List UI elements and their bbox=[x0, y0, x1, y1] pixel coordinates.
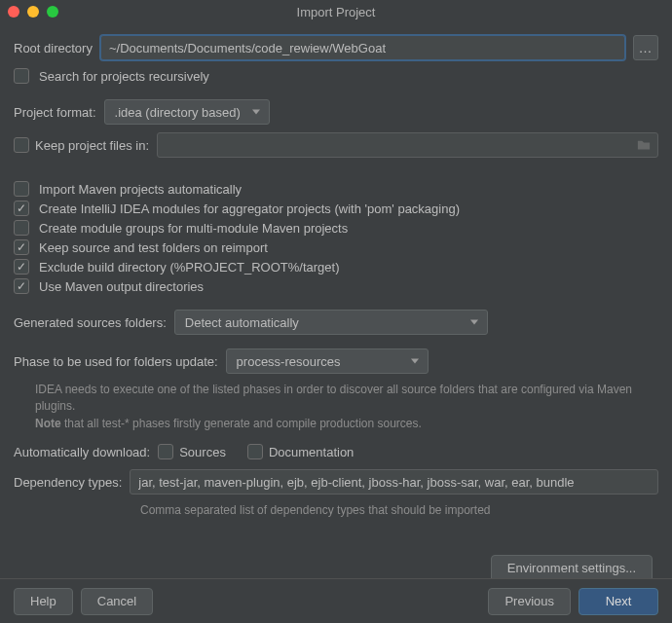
cancel-button[interactable]: Cancel bbox=[81, 588, 153, 615]
exclude-build-label: Exclude build directory (%PROJECT_ROOT%/… bbox=[39, 260, 339, 275]
project-format-value: .idea (directory based) bbox=[115, 105, 241, 120]
footer: Help Cancel Previous Next bbox=[0, 578, 672, 623]
search-recursively-checkbox[interactable] bbox=[14, 68, 29, 84]
folder-icon[interactable] bbox=[637, 138, 651, 152]
module-groups-checkbox[interactable] bbox=[14, 220, 29, 236]
dependency-types-input[interactable] bbox=[130, 469, 658, 495]
phase-select[interactable]: process-resources bbox=[226, 348, 429, 374]
project-format-row: Project format: .idea (directory based) bbox=[14, 99, 658, 125]
root-directory-label: Root directory bbox=[14, 41, 93, 55]
auto-download-row: Automatically download: Sources Document… bbox=[14, 444, 658, 459]
auto-download-label: Automatically download: bbox=[14, 445, 150, 459]
browse-root-button[interactable]: … bbox=[633, 35, 658, 60]
exclude-build-checkbox[interactable] bbox=[14, 259, 29, 275]
phase-note-rest: that all test-* phases firstly generate … bbox=[61, 417, 422, 430]
auto-import-label: Import Maven projects automatically bbox=[39, 182, 242, 197]
project-format-label: Project format: bbox=[14, 105, 96, 120]
phase-note-prefix: IDEA needs to execute one of the listed … bbox=[35, 383, 632, 413]
root-directory-row: Root directory … bbox=[14, 35, 658, 60]
phase-value: process-resources bbox=[237, 354, 341, 369]
titlebar: Import Project bbox=[0, 0, 672, 23]
use-output-checkbox[interactable] bbox=[14, 278, 29, 294]
auto-import-checkbox[interactable] bbox=[14, 181, 29, 197]
download-sources-checkbox[interactable] bbox=[158, 444, 173, 459]
aggregator-checkbox[interactable] bbox=[14, 201, 29, 216]
phase-label: Phase to be used for folders update: bbox=[14, 354, 218, 369]
next-button[interactable]: Next bbox=[579, 588, 658, 615]
phase-note-strong: Note bbox=[35, 417, 61, 430]
project-format-select[interactable]: .idea (directory based) bbox=[104, 99, 270, 125]
generated-sources-row: Generated sources folders: Detect automa… bbox=[14, 310, 658, 335]
generated-sources-select[interactable]: Detect automatically bbox=[174, 310, 488, 335]
window-title: Import Project bbox=[0, 5, 672, 19]
download-documentation-label: Documentation bbox=[269, 445, 354, 459]
generated-sources-label: Generated sources folders: bbox=[14, 315, 167, 330]
phase-row: Phase to be used for folders update: pro… bbox=[14, 348, 658, 374]
keep-source-label: Keep source and test folders on reimport bbox=[39, 240, 268, 255]
keep-files-label: Keep project files in: bbox=[35, 138, 149, 153]
dialog-content: Root directory … Search for projects rec… bbox=[0, 23, 672, 582]
keep-files-input[interactable] bbox=[157, 132, 658, 158]
keep-source-checkbox[interactable] bbox=[14, 239, 29, 255]
phase-note: IDEA needs to execute one of the listed … bbox=[35, 382, 658, 432]
download-documentation-checkbox[interactable] bbox=[247, 444, 263, 459]
dependency-types-row: Dependency types: bbox=[14, 469, 658, 495]
generated-sources-value: Detect automatically bbox=[185, 315, 299, 330]
keep-files-row: Keep project files in: bbox=[14, 132, 658, 158]
previous-button[interactable]: Previous bbox=[488, 588, 571, 615]
keep-files-checkbox[interactable] bbox=[14, 137, 29, 153]
help-button[interactable]: Help bbox=[14, 588, 73, 615]
download-sources-label: Sources bbox=[179, 445, 226, 459]
search-recursively-label: Search for projects recursively bbox=[39, 69, 209, 84]
root-directory-input[interactable] bbox=[100, 35, 625, 60]
search-recursively-row: Search for projects recursively bbox=[14, 68, 658, 84]
dependency-types-label: Dependency types: bbox=[14, 475, 122, 490]
aggregator-label: Create IntelliJ IDEA modules for aggrega… bbox=[39, 202, 460, 216]
ellipsis-icon: … bbox=[639, 40, 653, 55]
dependency-types-hint: Comma separated list of dependency types… bbox=[140, 502, 658, 519]
use-output-label: Use Maven output directories bbox=[39, 279, 204, 294]
module-groups-label: Create module groups for multi-module Ma… bbox=[39, 221, 348, 236]
